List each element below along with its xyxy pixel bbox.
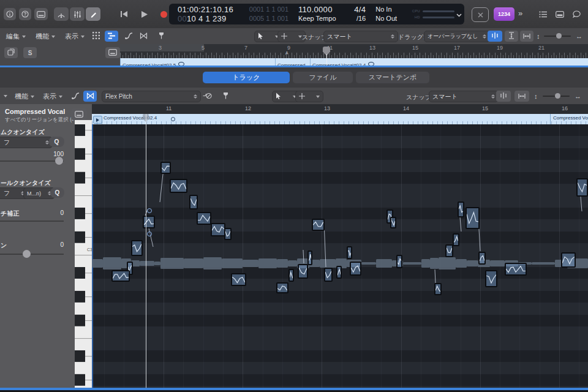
piano-key-black[interactable] [75, 267, 85, 279]
piano-key-black[interactable] [75, 291, 85, 303]
piano-key-black[interactable] [75, 172, 85, 184]
flex-mode-select[interactable]: Flex Pitch [102, 91, 201, 102]
catch-playhead-button[interactable] [154, 31, 168, 42]
gain-slider-knob[interactable] [23, 250, 31, 258]
flex-pitch-note[interactable] [445, 244, 453, 257]
flex-pitch-note[interactable] [111, 270, 130, 282]
vertical-auto-zoom-button[interactable] [505, 31, 518, 42]
editor-snap-select[interactable]: スマート [429, 91, 499, 102]
count-in-badge[interactable]: 1234 [494, 7, 514, 21]
flex-pitch-note[interactable] [307, 251, 312, 265]
flex-pitch-note[interactable] [197, 212, 211, 225]
editors-button[interactable] [86, 7, 100, 21]
solo-button[interactable]: S [23, 47, 37, 58]
grid-view-button[interactable] [89, 31, 103, 42]
editor-display-button[interactable] [71, 108, 87, 120]
piano-key-black[interactable] [75, 315, 85, 326]
flex-pitch-note[interactable] [347, 246, 352, 259]
menu-edit[interactable]: 編集 [6, 32, 26, 41]
editor-playhead-line[interactable] [146, 114, 146, 390]
flex-pitch-note[interactable] [143, 216, 155, 228]
editor-zoom-slider-knob[interactable] [555, 93, 560, 99]
scale-quantize-apply-button[interactable]: Q [50, 187, 64, 198]
strength-slider[interactable] [0, 160, 64, 162]
editor-secondary-tool-select[interactable] [295, 91, 323, 102]
editor-waveform-zoom-button[interactable] [496, 91, 511, 102]
list-editors-button[interactable] [537, 8, 550, 20]
collapsed-menu-chevron[interactable] [4, 95, 7, 97]
midi-out-toggle-button[interactable] [200, 91, 214, 102]
flex-pitch-note[interactable] [276, 282, 288, 293]
menu-functions[interactable]: 機能 [36, 32, 55, 41]
piano-key-black[interactable] [75, 374, 85, 386]
piano-keys[interactable]: C3 [75, 120, 92, 390]
flex-pitch-note[interactable] [224, 228, 232, 240]
horizontal-auto-zoom-button[interactable] [520, 31, 533, 42]
flex-pitch-note[interactable] [160, 162, 171, 174]
flex-pitch-note[interactable] [458, 202, 464, 217]
pianoroll-view-button[interactable] [105, 31, 118, 42]
stop-substitute-button[interactable] [472, 7, 489, 22]
marker-a[interactable]: A [285, 51, 288, 55]
zoom-slider-knob[interactable] [556, 33, 562, 39]
flex-pitch-note[interactable] [576, 178, 588, 197]
arrange-ruler[interactable]: 3579111315171921 A [120, 44, 588, 58]
flex-pitch-note[interactable] [466, 207, 480, 229]
take-folder-button[interactable] [4, 47, 18, 58]
mixer-button[interactable] [70, 7, 85, 21]
gain-slider[interactable] [0, 254, 64, 255]
flex-pitch-note[interactable] [131, 240, 143, 256]
vertical-zoom-arrows-icon[interactable]: ↕ [537, 32, 540, 40]
drag-select[interactable]: オーバーラップなし [424, 31, 490, 42]
flex-pitch-note[interactable] [211, 223, 225, 236]
flex-pitch-note[interactable] [312, 219, 325, 231]
tuner-button[interactable] [54, 7, 69, 21]
piano-key-black[interactable] [75, 124, 85, 136]
flex-pitch-note[interactable] [288, 269, 294, 282]
lcd-expand-control[interactable] [454, 9, 464, 20]
cycle-region[interactable] [120, 44, 204, 51]
rewind-button[interactable] [116, 7, 132, 21]
quick-help-button[interactable] [19, 8, 31, 20]
piano-key-black[interactable] [75, 232, 85, 243]
pitch-correction-slider[interactable] [0, 221, 64, 222]
note-vibrato-handle-bottom[interactable] [147, 232, 152, 236]
editor-vertical-zoom-arrows-icon[interactable]: ↕ [534, 92, 538, 100]
piano-key-black[interactable] [75, 148, 85, 160]
flex-pitch-note[interactable] [350, 262, 361, 276]
strength-slider-knob[interactable] [55, 157, 63, 165]
piano-key-black[interactable] [75, 350, 85, 362]
flex-pitch-note[interactable] [505, 263, 527, 276]
editor-horizontal-zoom-button[interactable] [514, 91, 529, 102]
notes-button[interactable] [570, 8, 583, 20]
track-display-button[interactable] [105, 47, 120, 58]
flex-pitch-note[interactable] [390, 217, 396, 228]
editor-menu-view[interactable]: 表示 [43, 92, 62, 101]
flex-button[interactable] [137, 31, 150, 42]
lcd-display[interactable]: 01:00:21:10.16 0010 4 1 239 0001 1 1 001… [169, 4, 464, 24]
flex-pitch-note[interactable] [561, 252, 576, 268]
tab-track[interactable]: トラック [203, 72, 290, 83]
browsers-button[interactable] [553, 8, 567, 20]
piano-key-black[interactable] [75, 208, 85, 219]
flex-pitch-note[interactable] [478, 252, 486, 265]
editor-flex-button[interactable] [83, 91, 97, 102]
flex-pitch-note[interactable] [189, 195, 198, 209]
note-vibrato-handle-top[interactable] [147, 208, 152, 213]
tab-file[interactable]: ファイル [293, 72, 353, 83]
inspector-toggle-button[interactable] [4, 8, 16, 20]
editor-menu-functions[interactable]: 機能 [15, 92, 34, 101]
flex-pitch-note[interactable] [298, 264, 308, 279]
play-button[interactable] [136, 7, 152, 21]
editor-horizontal-zoom-arrows-icon[interactable]: ↔ [575, 92, 581, 100]
flex-pitch-note[interactable] [396, 255, 402, 268]
tab-smart-tempo[interactable]: スマートテンポ [356, 72, 429, 83]
snap-select[interactable]: スマート [323, 31, 398, 42]
automation-curve-button[interactable] [122, 31, 135, 42]
flex-pitch-note[interactable] [231, 273, 246, 286]
more-tools-chevrons[interactable]: » [518, 9, 522, 18]
editor-ruler[interactable]: 111213141516 [92, 104, 588, 115]
toolbar-toggle-button[interactable] [34, 8, 48, 20]
editor-curve-button[interactable] [69, 91, 82, 102]
time-quantize-select[interactable]: フ [0, 137, 53, 148]
